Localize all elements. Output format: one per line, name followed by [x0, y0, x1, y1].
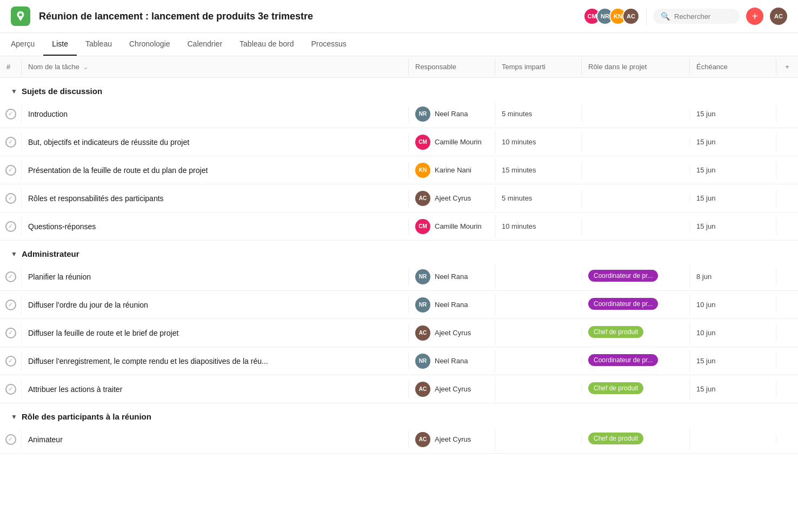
section-sujets: ▼ Sujets de discussion ✓ Introduction NR…	[0, 78, 798, 241]
header-divider	[646, 8, 647, 25]
role-cell: Coordinateur de pr...	[582, 265, 690, 288]
check-circle-icon[interactable]: ✓	[5, 193, 16, 204]
row-check[interactable]: ✓	[0, 161, 22, 180]
check-circle-icon[interactable]: ✓	[5, 109, 16, 119]
assignee-cell: AC Ajeet Cyrus	[409, 377, 495, 401]
check-circle-icon[interactable]: ✓	[5, 434, 16, 445]
assignee-cell: AC Ajeet Cyrus	[409, 321, 495, 345]
task-name-cell[interactable]: Rôles et responsabilités des participant…	[22, 190, 409, 207]
table-header: # Nom de la tâche ⌄ Responsable Temps im…	[0, 56, 798, 78]
assignee-name: Camille Mourin	[435, 222, 482, 230]
search-icon: 🔍	[661, 12, 670, 21]
task-name: Diffuser la feuille de route et le brief…	[28, 329, 178, 337]
assignee-avatar: NR	[415, 297, 430, 312]
section-roles-title: Rôle des participants à la réunion	[22, 412, 151, 421]
row-action	[776, 166, 798, 175]
assignee-name: Ajeet Cyrus	[435, 385, 471, 393]
role-cell	[582, 194, 690, 203]
check-circle-icon[interactable]: ✓	[5, 356, 16, 367]
row-check[interactable]: ✓	[0, 380, 22, 399]
chevron-down-icon: ▼	[11, 88, 17, 95]
task-name-cell[interactable]: But, objectifs et indicateurs de réussit…	[22, 134, 409, 151]
role-badge: Coordinateur de pr...	[588, 270, 658, 282]
search-input[interactable]	[674, 12, 732, 21]
tab-liste[interactable]: Liste	[43, 33, 77, 56]
task-name-cell[interactable]: Diffuser l'ordre du jour de la réunion	[22, 296, 409, 314]
assignee-cell: NR Neel Rana	[409, 265, 495, 289]
section-sujets-title: Sujets de discussion	[22, 87, 102, 96]
row-check[interactable]: ✓	[0, 351, 22, 371]
assignee-avatar: NR	[415, 107, 430, 122]
role-badge: Coordinateur de pr...	[588, 298, 658, 310]
row-check[interactable]: ✓	[0, 189, 22, 208]
check-circle-icon[interactable]: ✓	[5, 300, 16, 310]
check-circle-icon[interactable]: ✓	[5, 137, 16, 148]
check-circle-icon[interactable]: ✓	[5, 384, 16, 395]
task-name: Rôles et responsabilités des participant…	[28, 194, 164, 203]
row-check[interactable]: ✓	[0, 295, 22, 315]
task-name-cell[interactable]: Présentation de la feuille de route et d…	[22, 162, 409, 179]
tab-chronologie[interactable]: Chronologie	[121, 33, 179, 56]
header: Réunion de lancement : lancement de prod…	[0, 0, 798, 33]
check-circle-icon[interactable]: ✓	[5, 165, 16, 176]
time-cell: 10 minutes	[495, 218, 582, 235]
col-num: #	[0, 58, 22, 75]
assignee-name: Camille Mourin	[435, 138, 482, 146]
tab-apercu[interactable]: Aperçu	[11, 33, 43, 56]
row-check[interactable]: ✓	[0, 132, 22, 152]
time-cell	[495, 435, 582, 444]
date-cell: 15 jun	[690, 190, 776, 207]
task-name: Présentation de la feuille de route et d…	[28, 166, 208, 175]
date-cell	[690, 435, 776, 444]
task-name-cell[interactable]: Diffuser l'enregistrement, le compte ren…	[22, 353, 409, 370]
tab-tableau-de-bord[interactable]: Tableau de bord	[231, 33, 302, 56]
date-cell: 15 jun	[690, 105, 776, 122]
avatar-4[interactable]: AC	[622, 8, 640, 25]
check-circle-icon[interactable]: ✓	[5, 271, 16, 282]
task-name-cell[interactable]: Animateur	[22, 431, 409, 448]
tab-calendrier[interactable]: Calendrier	[178, 33, 231, 56]
task-name: Diffuser l'ordre du jour de la réunion	[28, 301, 148, 309]
date-cell: 15 jun	[690, 381, 776, 397]
assignee-name: Neel Rana	[435, 357, 468, 365]
add-button[interactable]: +	[746, 8, 763, 25]
task-name-cell[interactable]: Questions-réponses	[22, 218, 409, 235]
role-cell	[582, 138, 690, 147]
row-check[interactable]: ✓	[0, 217, 22, 236]
assignee-name: Karine Nani	[435, 166, 471, 174]
row-action	[776, 110, 798, 118]
time-cell: 5 minutes	[495, 105, 582, 122]
check-circle-icon[interactable]: ✓	[5, 221, 16, 232]
section-admin-header[interactable]: ▼ Administrateur	[0, 241, 798, 263]
row-check[interactable]: ✓	[0, 323, 22, 343]
assignee-cell: AC Ajeet Cyrus	[409, 187, 495, 210]
section-roles-header[interactable]: ▼ Rôle des participants à la réunion	[0, 403, 798, 425]
search-box[interactable]: 🔍	[653, 9, 740, 24]
tab-tableau[interactable]: Tableau	[77, 33, 121, 56]
col-add[interactable]: +	[776, 58, 798, 75]
row-action	[776, 222, 798, 231]
tab-processus[interactable]: Processus	[303, 33, 355, 56]
role-cell: Chef de produit	[582, 428, 690, 450]
row-check[interactable]: ✓	[0, 104, 22, 124]
user-avatar[interactable]: AC	[770, 8, 787, 25]
role-cell	[582, 222, 690, 231]
task-name: Planifier la réunion	[28, 272, 91, 281]
role-badge: Chef de produit	[588, 326, 643, 338]
task-name-cell[interactable]: Attribuer les actions à traiter	[22, 381, 409, 398]
task-name-cell[interactable]: Diffuser la feuille de route et le brief…	[22, 324, 409, 342]
task-name-cell[interactable]: Introduction	[22, 105, 409, 123]
row-action	[776, 357, 798, 365]
row-check[interactable]: ✓	[0, 267, 22, 287]
row-action	[776, 272, 798, 281]
row-action	[776, 435, 798, 444]
section-sujets-header[interactable]: ▼ Sujets de discussion	[0, 78, 798, 100]
check-circle-icon[interactable]: ✓	[5, 328, 16, 338]
table-row: ✓ Diffuser la feuille de route et le bri…	[0, 319, 798, 347]
date-cell: 10 jun	[690, 296, 776, 313]
table-row: ✓ Planifier la réunion NR Neel Rana Coor…	[0, 263, 798, 291]
row-check[interactable]: ✓	[0, 430, 22, 449]
task-name-cell[interactable]: Planifier la réunion	[22, 268, 409, 285]
sort-icon[interactable]: ⌄	[83, 63, 89, 71]
row-action	[776, 138, 798, 147]
